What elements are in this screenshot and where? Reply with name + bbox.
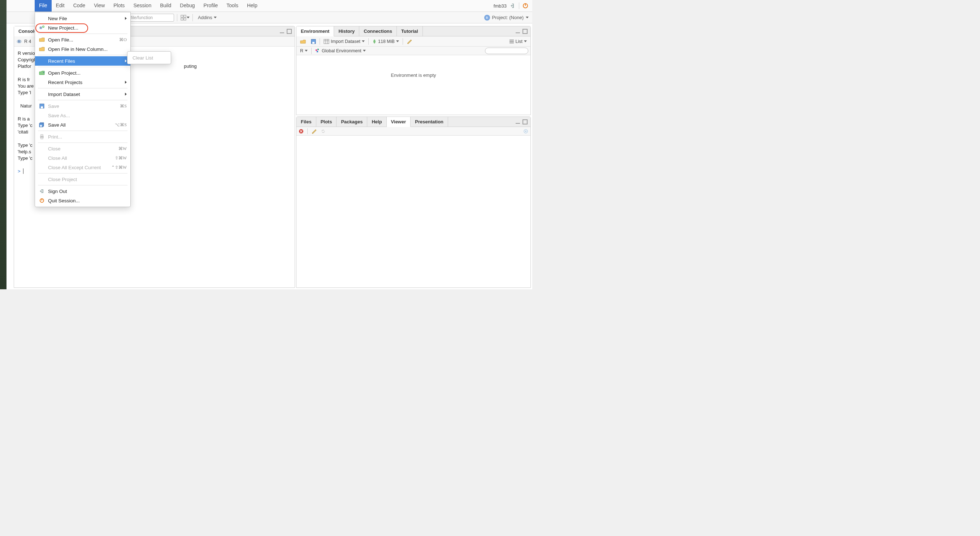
menu-profile[interactable]: Profile <box>199 0 223 11</box>
tab-connections[interactable]: Connections <box>359 26 397 36</box>
minimize-pane-icon[interactable] <box>515 29 520 34</box>
file-menu-item[interactable]: Recent Files <box>35 56 130 66</box>
file-menu-item-label: Close All Except Current <box>48 165 108 170</box>
file-menu-item[interactable]: Import Dataset <box>35 89 130 99</box>
tab-help[interactable]: Help <box>367 117 387 127</box>
tab-files[interactable]: Files <box>296 117 316 127</box>
menu-view[interactable]: View <box>89 0 109 11</box>
file-menu-item[interactable]: Quit Session... <box>35 196 130 205</box>
tab-history[interactable]: History <box>334 26 359 36</box>
list-view-button[interactable]: List <box>508 38 528 45</box>
save-workspace-icon[interactable] <box>309 38 317 45</box>
submenu-arrow-icon <box>125 93 127 95</box>
file-menu-item-label: Open File in New Column... <box>48 46 127 52</box>
menu-session[interactable]: Session <box>129 0 156 11</box>
minimize-pane-icon[interactable] <box>515 119 520 124</box>
svg-rect-10 <box>515 32 520 33</box>
import-dataset-button[interactable]: Import Dataset <box>322 38 366 45</box>
svg-rect-28 <box>41 106 43 108</box>
quit-session-icon[interactable] <box>522 3 529 9</box>
maximize-pane-icon[interactable] <box>287 29 292 34</box>
clear-viewer-icon[interactable] <box>311 129 317 134</box>
open-project-icon <box>39 70 45 75</box>
file-menu-item-label: Close All <box>48 155 112 161</box>
publish-viewer-icon[interactable] <box>523 129 528 134</box>
load-workspace-icon[interactable] <box>299 38 307 45</box>
sign-out-icon[interactable] <box>509 3 516 9</box>
svg-text:R: R <box>40 27 41 29</box>
r-lang-icon: R <box>16 39 22 44</box>
caret-down-icon <box>214 17 216 18</box>
file-menu-item[interactable]: Recent Projects <box>35 78 130 87</box>
file-menu-item[interactable]: Open File in New Column... <box>35 44 130 54</box>
tab-viewer[interactable]: Viewer <box>387 117 411 127</box>
remove-viewer-icon[interactable] <box>299 129 304 134</box>
menu-plots[interactable]: Plots <box>109 0 129 11</box>
project-label[interactable]: Project: (None) <box>492 15 523 20</box>
viewer-toolbar <box>296 127 530 136</box>
svg-rect-6 <box>280 32 284 33</box>
tab-packages[interactable]: Packages <box>337 117 367 127</box>
console-prompt[interactable]: > <box>18 168 21 174</box>
memory-usage-button[interactable]: 118 MiB <box>371 38 401 45</box>
addins-menu[interactable]: Addins <box>198 15 216 20</box>
file-menu-item-label: Sign Out <box>48 189 127 194</box>
clear-objects-icon[interactable] <box>405 38 414 45</box>
file-menu-item[interactable]: RNew Project... <box>35 23 130 32</box>
language-scope-button[interactable]: R <box>299 48 309 54</box>
submenu-arrow-icon <box>125 81 127 84</box>
svg-rect-33 <box>41 135 43 136</box>
tab-presentation[interactable]: Presentation <box>410 117 448 127</box>
file-menu-item-label: Print... <box>48 134 127 140</box>
sign-out-icon <box>39 189 45 194</box>
project-dropdown-caret[interactable] <box>526 17 529 18</box>
view-mode-label: List <box>515 39 522 44</box>
file-menu-item[interactable]: New File <box>35 14 130 23</box>
open-file-icon <box>39 37 45 42</box>
separator <box>177 14 177 21</box>
goto-file-input[interactable]: to file/function <box>124 14 174 22</box>
file-menu-item[interactable]: Open Project... <box>35 68 130 78</box>
recent-files-submenu: Clear List <box>127 51 171 64</box>
save-icon <box>39 103 45 109</box>
workspace-panes-icon[interactable] <box>180 14 187 21</box>
file-menu-item[interactable]: Open File...⌘O <box>35 35 130 44</box>
tab-tutorial[interactable]: Tutorial <box>397 26 423 36</box>
shortcut-label: ⌥⌘S <box>115 122 127 128</box>
menu-tools[interactable]: Tools <box>222 0 243 11</box>
shortcut-label: ⌘O <box>119 37 127 43</box>
file-menu-item-label: New Project... <box>48 25 127 31</box>
menu-build[interactable]: Build <box>156 0 175 11</box>
submenu-arrow-icon <box>125 60 127 62</box>
env-body: Environment is empty <box>296 55 530 115</box>
menu-code[interactable]: Code <box>69 0 89 11</box>
file-menu-item[interactable]: Sign Out <box>35 187 130 196</box>
file-menu-item: Save⌘S <box>35 101 130 111</box>
panes-dropdown-caret[interactable] <box>187 17 189 18</box>
svg-rect-19 <box>515 123 520 124</box>
shortcut-label: ⌃⇧⌘W <box>111 165 127 170</box>
file-menu-item: Close⌘W <box>35 144 130 153</box>
svg-rect-17 <box>317 51 318 52</box>
menu-help[interactable]: Help <box>243 0 262 11</box>
sync-viewer-icon[interactable] <box>321 129 326 134</box>
svg-rect-13 <box>312 42 315 44</box>
menu-debug[interactable]: Debug <box>175 0 199 11</box>
env-search-input[interactable] <box>485 48 528 54</box>
tab-plots[interactable]: Plots <box>316 117 337 127</box>
menu-file[interactable]: File <box>35 0 52 11</box>
maximize-pane-icon[interactable] <box>522 29 528 34</box>
svg-rect-7 <box>287 29 291 33</box>
new-project-icon: R <box>39 25 45 30</box>
menu-edit[interactable]: Edit <box>52 0 69 11</box>
svg-rect-34 <box>41 138 43 139</box>
submenu-clear-list[interactable]: Clear List <box>127 53 171 62</box>
svg-text:R: R <box>18 40 20 44</box>
file-menu-item-label: Import Dataset <box>48 92 122 97</box>
minimize-pane-icon[interactable] <box>280 29 285 34</box>
scope-r-label: R <box>300 48 303 53</box>
file-menu-item[interactable]: Save All⌥⌘S <box>35 120 130 130</box>
env-scope-button[interactable]: Global Environment <box>314 48 367 54</box>
maximize-pane-icon[interactable] <box>522 119 528 124</box>
tab-environment[interactable]: Environment <box>296 26 334 36</box>
